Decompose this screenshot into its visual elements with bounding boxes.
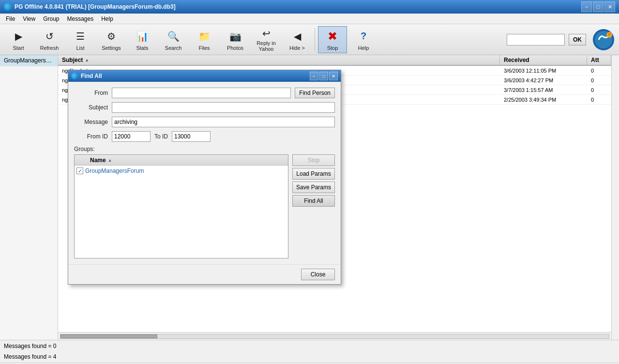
groups-area: Name ▲ ✓ GroupManagersForum Stop Load Pa… bbox=[74, 154, 335, 258]
search-icon: 🔍 bbox=[166, 29, 181, 44]
dialog-close-btn[interactable]: Close bbox=[301, 269, 335, 280]
dialog-action-buttons: Stop Load Params Save Params Find All bbox=[292, 154, 335, 258]
sidebar-item-label: GroupManagersForum bbox=[4, 57, 58, 64]
toolbar-list-button[interactable]: ☰ List bbox=[66, 26, 95, 53]
toolbar-stats-label: Stats bbox=[136, 45, 148, 51]
dialog-title: Find All bbox=[81, 73, 102, 79]
menu-view[interactable]: View bbox=[19, 15, 39, 23]
toolbar-reply-label: Reply in Yahoo bbox=[254, 40, 278, 52]
dialog-maximize-button[interactable]: □ bbox=[319, 72, 328, 80]
reply-icon: ↩ bbox=[258, 28, 274, 39]
list-icon: ☰ bbox=[73, 29, 88, 44]
main-area: GroupManagersForum Subject ▲ Received At… bbox=[0, 55, 619, 340]
col-header-subject[interactable]: Subject ▲ bbox=[58, 55, 500, 65]
close-button[interactable]: ✕ bbox=[604, 1, 615, 12]
menu-messages[interactable]: Messages bbox=[63, 15, 98, 23]
toolbar-hide-label: Hide > bbox=[289, 45, 305, 51]
toolbar-search-button[interactable]: 🔍 Search bbox=[159, 26, 188, 53]
dialog-footer: Close bbox=[68, 264, 341, 284]
save-params-button[interactable]: Save Params bbox=[292, 182, 335, 193]
stats-icon: 📊 bbox=[135, 29, 150, 44]
email-att: 0 bbox=[587, 76, 611, 84]
menu-file[interactable]: File bbox=[2, 15, 19, 23]
groups-list-header: Name ▲ bbox=[75, 155, 288, 166]
dialog-title-bar[interactable]: Find All − □ ✕ bbox=[68, 70, 341, 82]
subject-label: Subject bbox=[74, 104, 108, 111]
toolbar-help-label: Help bbox=[358, 45, 369, 51]
email-received: 2/25/2003 3:49:34 PM bbox=[500, 96, 587, 104]
id-row: From ID To ID bbox=[74, 131, 335, 142]
menu-help[interactable]: Help bbox=[97, 15, 117, 23]
toolbar-stats-button[interactable]: 📊 Stats bbox=[128, 26, 157, 53]
refresh-icon: ↺ bbox=[42, 29, 57, 44]
email-att: 0 bbox=[587, 86, 611, 94]
from-row: From Find Person bbox=[74, 88, 335, 98]
toolbar-stop-button[interactable]: ✖ Stop bbox=[318, 26, 347, 53]
dialog-close-button[interactable]: ✕ bbox=[329, 72, 338, 80]
toolbar-files-label: Files bbox=[198, 45, 210, 51]
status-bar-2: Messages found = 4 bbox=[0, 351, 619, 363]
scroll-track bbox=[60, 334, 609, 339]
title-bar: PG Offline 4.0.841 (TRIAL) [GroupManager… bbox=[0, 0, 619, 14]
subject-sort-icon: ▲ bbox=[85, 58, 89, 62]
sidebar: GroupManagersForum bbox=[0, 55, 58, 340]
col-header-received[interactable]: Received bbox=[500, 55, 587, 65]
help-icon: ? bbox=[356, 29, 371, 44]
status-bar: Messages found = 0 bbox=[0, 340, 619, 351]
to-id-input[interactable] bbox=[172, 131, 211, 142]
horizontal-scrollbar[interactable] bbox=[58, 332, 611, 340]
from-id-input[interactable] bbox=[112, 131, 151, 142]
toolbar: ▶ Start ↺ Refresh ☰ List ⚙ Settings 📊 St… bbox=[0, 24, 619, 55]
group-list-item[interactable]: ✓ GroupManagersForum bbox=[75, 166, 288, 176]
ok-button[interactable]: OK bbox=[569, 34, 586, 46]
toolbar-start-label: Start bbox=[13, 45, 24, 51]
window-title: PG Offline 4.0.841 (TRIAL) [GroupManager… bbox=[15, 3, 176, 10]
email-list-header: Subject ▲ Received Att bbox=[58, 55, 611, 66]
from-id-label: From ID bbox=[74, 133, 108, 140]
dialog-icon bbox=[71, 73, 78, 79]
email-att: 0 bbox=[587, 67, 611, 75]
find-all-button[interactable]: Find All bbox=[292, 195, 335, 207]
group-checkbox[interactable]: ✓ bbox=[76, 167, 83, 174]
from-label: From bbox=[74, 90, 108, 96]
minimize-button[interactable]: − bbox=[581, 1, 592, 12]
toolbar-files-button[interactable]: 📁 Files bbox=[190, 26, 219, 53]
vertical-scrollbar[interactable] bbox=[611, 55, 619, 340]
name-sort-icon: ▲ bbox=[108, 158, 112, 163]
sidebar-item-groupmanagersforum[interactable]: GroupManagersForum bbox=[0, 55, 58, 66]
email-received: 3/7/2003 1:15:57 AM bbox=[500, 86, 587, 94]
toolbar-hide-button[interactable]: ◀ Hide > bbox=[283, 26, 312, 53]
from-input[interactable] bbox=[112, 88, 291, 98]
dialog-minimize-button[interactable]: − bbox=[310, 72, 318, 80]
load-params-button[interactable]: Load Params bbox=[292, 168, 335, 180]
find-all-dialog: Find All − □ ✕ From Find Person Subject bbox=[68, 70, 341, 285]
toolbar-start-button[interactable]: ▶ Start bbox=[4, 26, 33, 53]
group-name: GroupManagersForum bbox=[85, 167, 144, 174]
toolbar-settings-button[interactable]: ⚙ Settings bbox=[97, 26, 126, 53]
menu-bar: File View Group Messages Help bbox=[0, 14, 619, 24]
stop-button[interactable]: Stop bbox=[292, 154, 335, 166]
col-header-name[interactable]: Name ▲ bbox=[86, 155, 116, 165]
scroll-thumb[interactable] bbox=[60, 334, 157, 338]
settings-icon: ⚙ bbox=[104, 29, 119, 44]
toolbar-photos-label: Photos bbox=[227, 45, 243, 51]
toolbar-refresh-label: Refresh bbox=[40, 45, 59, 51]
toolbar-settings-label: Settings bbox=[102, 45, 121, 51]
files-icon: 📁 bbox=[196, 29, 212, 44]
toolbar-photos-button[interactable]: 📷 Photos bbox=[221, 26, 250, 53]
stop-icon: ✖ bbox=[325, 29, 340, 44]
toolbar-reply-button[interactable]: ↩ Reply in Yahoo bbox=[252, 26, 281, 53]
menu-group[interactable]: Group bbox=[39, 15, 63, 23]
col-header-att[interactable]: Att bbox=[587, 55, 611, 65]
find-person-button[interactable]: Find Person bbox=[295, 88, 335, 98]
email-received: 3/6/2003 4:42:27 PM bbox=[500, 76, 587, 84]
message-label: Message bbox=[74, 119, 108, 125]
message-input[interactable] bbox=[112, 117, 335, 127]
ok-input[interactable] bbox=[507, 34, 565, 46]
toolbar-refresh-button[interactable]: ↺ Refresh bbox=[35, 26, 64, 53]
toolbar-help-button[interactable]: ? Help bbox=[349, 26, 378, 53]
subject-input[interactable] bbox=[112, 102, 335, 113]
email-att: 0 bbox=[587, 96, 611, 104]
hide-icon: ◀ bbox=[289, 29, 305, 44]
maximize-button[interactable]: □ bbox=[593, 1, 604, 12]
